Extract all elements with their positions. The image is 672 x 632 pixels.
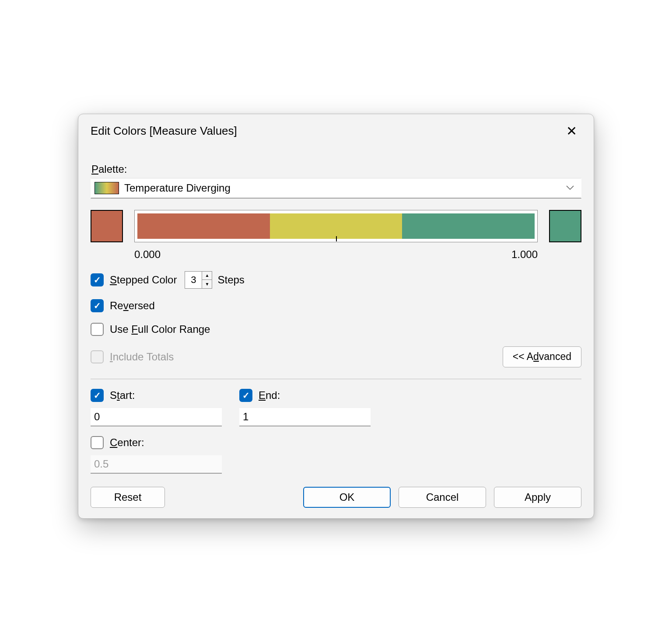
steps-down-icon[interactable]: ▼ <box>202 280 212 288</box>
stepped-color-checkbox[interactable] <box>91 273 104 286</box>
advanced-button[interactable]: << Advanced <box>503 346 581 367</box>
reversed-label: Reversed <box>110 300 155 312</box>
steps-up-icon[interactable]: ▲ <box>202 272 212 280</box>
full-color-range-row: Use Full Color Range <box>91 323 581 336</box>
steps-input[interactable] <box>185 272 202 288</box>
edit-colors-dialog: Edit Colors [Measure Values] ✕ Palette: … <box>78 114 594 519</box>
stepped-color-row: Stepped Color ▲ ▼ Steps <box>91 271 581 289</box>
close-icon[interactable]: ✕ <box>562 122 581 140</box>
full-color-range-checkbox[interactable] <box>91 323 104 336</box>
reversed-row: Reversed <box>91 299 581 312</box>
center-input <box>91 455 222 474</box>
palette-thumbnail-icon <box>94 182 119 194</box>
ramp-min-label: 0.000 <box>134 248 161 261</box>
end-color-swatch[interactable] <box>549 210 581 242</box>
divider <box>91 379 581 379</box>
end-checkbox[interactable] <box>239 389 252 402</box>
end-label: End: <box>259 389 280 402</box>
apply-button[interactable]: Apply <box>494 487 581 508</box>
chevron-down-icon <box>566 183 577 192</box>
ramp-center-tick <box>336 236 337 241</box>
dialog-title: Edit Colors [Measure Values] <box>91 124 237 138</box>
center-checkbox[interactable] <box>91 436 104 449</box>
ramp-axis-labels: 0.000 1.000 <box>134 248 538 261</box>
palette-selected-name: Temperature Diverging <box>124 182 566 194</box>
color-ramp[interactable] <box>134 210 538 242</box>
ramp-segment <box>402 213 535 239</box>
cancel-button[interactable]: Cancel <box>399 487 486 508</box>
ok-button[interactable]: OK <box>303 487 391 508</box>
start-color-swatch[interactable] <box>91 210 123 242</box>
steps-spinner[interactable]: ▲ ▼ <box>185 271 212 289</box>
ramp-segment <box>270 213 402 239</box>
dialog-button-row: Reset OK Cancel Apply <box>91 487 581 508</box>
reset-button[interactable]: Reset <box>91 487 165 508</box>
palette-label: Palette: <box>91 163 581 175</box>
reversed-checkbox[interactable] <box>91 299 104 312</box>
center-label: Center: <box>110 436 144 449</box>
ramp-max-label: 1.000 <box>511 248 538 261</box>
titlebar: Edit Colors [Measure Values] ✕ <box>78 114 594 146</box>
start-input[interactable] <box>91 408 222 426</box>
color-ramp-row <box>91 210 581 242</box>
full-color-range-label: Use Full Color Range <box>110 323 210 335</box>
end-input[interactable] <box>239 408 371 426</box>
ramp-segment <box>137 213 270 239</box>
stepped-color-label: Stepped Color <box>110 274 177 286</box>
start-label: Start: <box>110 389 135 402</box>
palette-dropdown[interactable]: Temperature Diverging <box>91 178 581 199</box>
start-checkbox[interactable] <box>91 389 104 402</box>
include-totals-checkbox <box>91 350 104 363</box>
steps-suffix-label: Steps <box>217 274 244 286</box>
include-totals-label: Include Totals <box>110 351 174 363</box>
